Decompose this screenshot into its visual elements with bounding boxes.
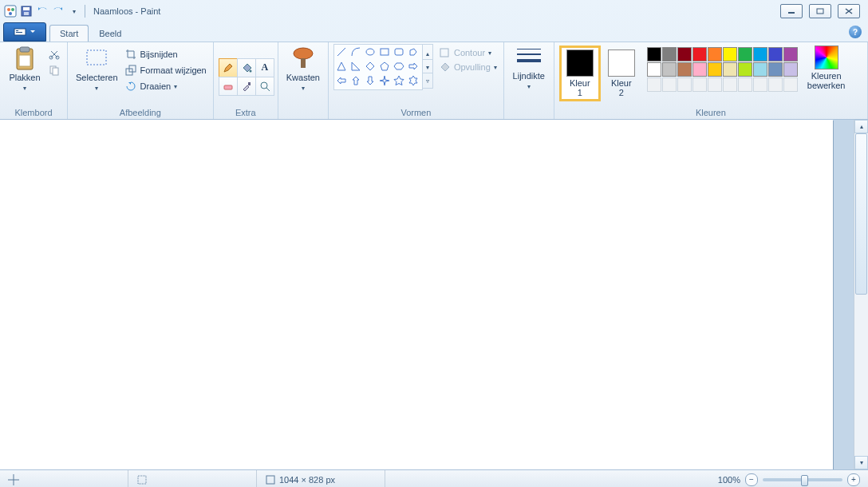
outline-icon [438, 46, 451, 59]
color-swatch[interactable] [692, 62, 707, 77]
zoom-out-button[interactable]: − [745, 473, 758, 486]
kleuren-bewerken-label: Kleuren bewerken [807, 71, 846, 90]
pentagon-icon [379, 61, 390, 72]
shapes-scroll-up[interactable]: ▴ [423, 46, 432, 59]
svg-rect-32 [517, 49, 541, 49]
picker-tool[interactable] [237, 77, 256, 96]
copy-button[interactable] [46, 63, 62, 77]
contour-button[interactable]: Contour ▾ [436, 46, 499, 60]
group-lijndikte: Lijndikte▾ [504, 42, 554, 119]
cut-button[interactable] [46, 47, 62, 61]
svg-rect-13 [20, 47, 30, 52]
plakken-button[interactable]: Plakken▾ [5, 44, 45, 95]
draaien-button[interactable]: Draaien ▾ [123, 79, 208, 93]
color-swatch[interactable] [662, 62, 677, 77]
zoom-slider-thumb[interactable] [801, 475, 808, 486]
maximize-button[interactable] [809, 4, 831, 18]
save-icon[interactable] [19, 4, 34, 18]
selection-size-cell [128, 470, 257, 487]
shapes-gallery[interactable] [333, 44, 423, 90]
scroll-down-arrow[interactable]: ▾ [854, 456, 868, 469]
magnifier-tool[interactable] [255, 77, 274, 96]
canvas-scroll-area[interactable] [0, 120, 854, 469]
color-swatch[interactable] [647, 47, 661, 61]
vertical-scrollbar[interactable]: ▴ ▾ [854, 120, 868, 469]
color-swatch-empty[interactable] [753, 77, 767, 92]
color-swatch[interactable] [708, 47, 722, 61]
formaat-button[interactable]: Formaat wijzigen [123, 63, 208, 77]
svg-point-26 [294, 48, 313, 59]
group-vormen: ▴ ▾ ▿ Contour ▾ Opvulling ▾ Vormen [329, 42, 504, 119]
selecteren-button[interactable]: Selecteren▾ [73, 44, 121, 95]
kleuren-bewerken-button[interactable]: Kleuren bewerken [804, 44, 849, 92]
svg-point-28 [366, 49, 374, 55]
color-swatch[interactable] [783, 62, 798, 77]
color-swatch[interactable] [677, 62, 692, 77]
minimize-button[interactable] [780, 4, 803, 18]
svg-rect-30 [395, 49, 403, 55]
color-swatch-empty[interactable] [647, 77, 661, 92]
color-swatch[interactable] [768, 62, 783, 77]
redo-icon[interactable] [51, 4, 65, 18]
bijsnijden-button[interactable]: Bijsnijden [123, 47, 208, 61]
kleur2-button[interactable]: Kleur 2 [601, 46, 642, 101]
color-swatch[interactable] [753, 47, 767, 61]
canvas[interactable] [0, 120, 833, 469]
undo-icon[interactable] [35, 4, 49, 18]
file-menu-button[interactable] [3, 22, 46, 42]
zoom-in-button[interactable]: + [847, 473, 860, 486]
color-swatch-empty[interactable] [723, 77, 737, 92]
color-swatch[interactable] [647, 62, 661, 77]
crosshair-icon [8, 474, 19, 485]
select-icon [84, 46, 109, 71]
color-swatch[interactable] [768, 47, 783, 61]
qat-customize-icon[interactable]: ▾ [67, 4, 81, 18]
opvulling-button[interactable]: Opvulling ▾ [436, 60, 499, 74]
color-swatch[interactable] [738, 62, 752, 77]
color-swatch-empty[interactable] [662, 77, 677, 92]
text-tool[interactable]: A [255, 58, 274, 77]
color-swatch[interactable] [723, 62, 737, 77]
color-swatch[interactable] [723, 47, 737, 61]
kleur1-button[interactable]: Kleur 1 [559, 46, 601, 101]
color-swatch-empty[interactable] [692, 77, 707, 92]
color-swatch[interactable] [738, 47, 752, 61]
kwasten-label: Kwasten [286, 73, 320, 82]
svg-rect-8 [817, 9, 823, 14]
fill-tool[interactable] [237, 58, 256, 77]
help-icon[interactable]: ? [849, 26, 862, 38]
color-swatch-empty[interactable] [738, 77, 752, 92]
scroll-thumb[interactable] [855, 133, 867, 295]
pencil-tool[interactable] [219, 58, 238, 77]
color-swatch[interactable] [753, 62, 767, 77]
roundrect-icon [393, 46, 404, 57]
app-icon[interactable] [3, 4, 18, 18]
diamond-icon [365, 61, 376, 72]
close-button[interactable] [838, 4, 860, 18]
eraser-tool[interactable] [219, 77, 238, 96]
scroll-up-arrow[interactable]: ▴ [854, 120, 868, 133]
hexagon-icon [393, 61, 404, 72]
group-afbeelding: Selecteren▾ Bijsnijden Formaat wijzigen … [68, 42, 214, 119]
color-swatch[interactable] [783, 47, 798, 61]
svg-point-1 [7, 8, 10, 11]
color-swatch[interactable] [662, 47, 677, 61]
cursor-pos-cell [0, 470, 128, 487]
shapes-scroll-down[interactable]: ▾ [423, 59, 432, 73]
color-swatch-empty[interactable] [677, 77, 692, 92]
svg-rect-35 [138, 476, 146, 484]
bucket-icon [241, 62, 252, 73]
lijndikte-button[interactable]: Lijndikte▾ [509, 44, 549, 93]
color-swatch[interactable] [677, 47, 692, 61]
tab-beeld[interactable]: Beeld [89, 25, 132, 42]
color-swatch-empty[interactable] [708, 77, 722, 92]
shapes-expand[interactable]: ▿ [423, 73, 432, 86]
zoom-slider[interactable] [763, 478, 842, 481]
color-swatch[interactable] [708, 62, 722, 77]
tab-start[interactable]: Start [49, 25, 89, 42]
right-triangle-icon [350, 61, 361, 72]
color-swatch[interactable] [692, 47, 707, 61]
kwasten-button[interactable]: Kwasten▾ [283, 44, 323, 95]
color-swatch-empty[interactable] [768, 77, 783, 92]
color-swatch-empty[interactable] [783, 77, 798, 92]
